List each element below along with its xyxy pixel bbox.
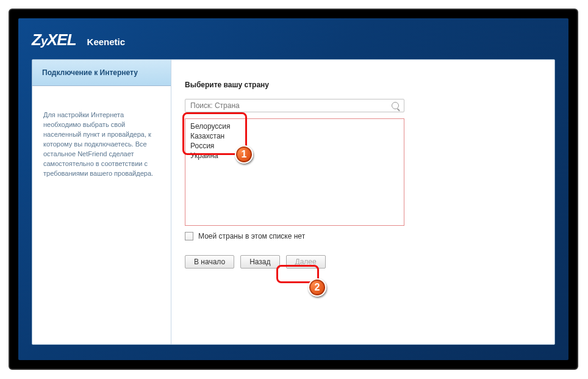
list-item[interactable]: Казахстан xyxy=(189,131,400,141)
screenshot-frame: ZyXEL Keenetic Подключение к Интернету Д… xyxy=(9,9,578,370)
sidebar-help-text: Для настройки Интернета необходимо выбра… xyxy=(32,86,171,190)
main-content: Выберите вашу страну Белоруссия Казахста… xyxy=(171,60,554,344)
header: ZyXEL Keenetic xyxy=(32,27,555,59)
search-icon xyxy=(392,102,399,109)
list-item[interactable]: Белоруссия xyxy=(189,121,400,131)
button-row: В начало Назад Далее xyxy=(185,255,541,269)
checkbox-icon[interactable] xyxy=(185,232,193,240)
annotation-badge-2: 2 xyxy=(308,278,326,297)
country-listbox[interactable]: Белоруссия Казахстан Россия Украина xyxy=(185,118,404,226)
search-input[interactable] xyxy=(190,101,388,110)
wizard-panel: Подключение к Интернету Для настройки Ин… xyxy=(32,59,555,345)
step-tab-internet[interactable]: Подключение к Интернету xyxy=(32,60,171,86)
page-heading: Выберите вашу страну xyxy=(185,81,541,89)
router-page: ZyXEL Keenetic Подключение к Интернету Д… xyxy=(18,18,568,360)
next-button[interactable]: Далее xyxy=(286,255,326,269)
not-listed-label: Моей страны в этом списке нет xyxy=(198,232,305,240)
home-button[interactable]: В начало xyxy=(185,255,234,269)
list-item[interactable]: Украина xyxy=(189,151,400,161)
brand-logo: ZyXEL xyxy=(32,31,76,49)
model-name: Keenetic xyxy=(87,37,126,47)
list-item[interactable]: Россия xyxy=(189,141,400,151)
not-listed-row[interactable]: Моей страны в этом списке нет xyxy=(185,232,541,240)
search-field-wrap[interactable] xyxy=(185,99,404,112)
back-button[interactable]: Назад xyxy=(240,255,279,269)
sidebar: Подключение к Интернету Для настройки Ин… xyxy=(32,60,171,344)
